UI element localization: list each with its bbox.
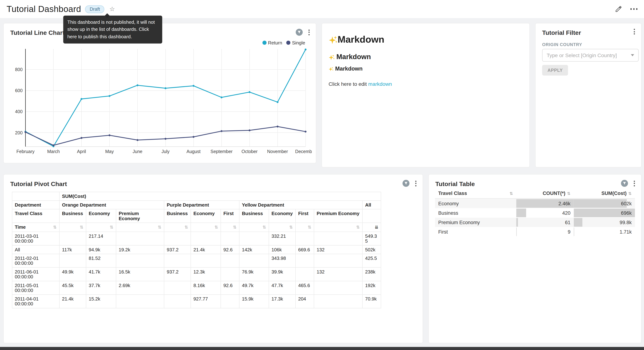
cell-sum: 1.71k [574, 227, 635, 236]
pivot-cell: 927.77 [191, 294, 221, 308]
svg-text:October: October [242, 149, 258, 154]
more-actions-icon[interactable] [630, 7, 638, 12]
sparkles-icon [328, 54, 335, 60]
cell-sum: 602k [574, 198, 635, 208]
pivot-sort-cell: ⇅ [191, 223, 221, 232]
pivot-measure-header: SUM(Cost) [59, 192, 381, 200]
pivot-row: 2011-05-01 00:00:0045.5k37.7k2.69k8.16k9… [12, 281, 381, 295]
col-header-travel-class[interactable]: Travel Class⇅ [435, 188, 516, 198]
table-row: Premium Economy6199.8k [435, 218, 635, 227]
sort-icon[interactable]: ⇅ [308, 224, 311, 230]
sparkles-icon [328, 35, 338, 44]
sort-icon[interactable]: ⇅ [289, 224, 293, 230]
pivot-sort-row: Time⇅⇅⇅⇅⇅⇅⇅⇅⇅⇅⇅⇊ [12, 223, 381, 232]
pivot-sort-cell: ⇅ [59, 223, 86, 232]
sort-icon[interactable]: ⇅ [53, 224, 56, 230]
pivot-cell: 76.9k [239, 268, 269, 281]
table-header-row: Travel Class⇅COUNT(*)⇅SUM(Cost)⇅ [435, 188, 635, 198]
table-row: First91.71k [435, 227, 635, 236]
pivot-row-label: 2011-02-01 00:00:00 [12, 254, 59, 268]
chart-legend: ReturnSingle [262, 40, 305, 45]
cell-travel-class: Business [435, 208, 516, 218]
svg-text:April: April [77, 149, 86, 154]
pivot-cell: 204 [296, 294, 314, 308]
pivot-cell [239, 254, 269, 268]
value-bar [516, 208, 526, 217]
origin-country-select[interactable]: Type or Select [Origin Country] [542, 49, 638, 62]
sort-icon: ⇅ [628, 191, 632, 196]
sort-icon[interactable]: ⇅ [233, 224, 236, 230]
pivot-measure-row: SUM(Cost) [12, 192, 381, 200]
markdown-edit-link[interactable]: markdown [368, 81, 392, 87]
markdown-h2-text: Markdown [336, 53, 371, 61]
markdown-card: Markdown Markdown Markdown Click here to… [322, 23, 530, 168]
sort-icon[interactable]: ⇅ [80, 224, 84, 230]
svg-text:August: August [186, 149, 201, 154]
bottom-bar [0, 347, 644, 350]
pivot-cell: 45.5k [59, 281, 86, 295]
chart-menu-icon[interactable] [307, 30, 311, 35]
svg-text:600: 600 [15, 88, 23, 93]
legend-item-single[interactable]: Single [286, 40, 305, 45]
col-header-count[interactable]: COUNT(*)⇅ [516, 188, 574, 198]
markdown-h1: Markdown [328, 34, 384, 45]
sort-icon[interactable]: ⇅ [356, 224, 360, 230]
pivot-cell: 49.7k [239, 281, 269, 295]
value-bar [516, 228, 517, 236]
pivot-sort-cell: ⇊ [362, 223, 381, 232]
sort-icon[interactable]: ⇅ [110, 224, 114, 230]
sort-icon[interactable]: ⇅ [214, 224, 218, 230]
filter-indicator-icon[interactable] [402, 180, 410, 187]
pivot-cell: 142k [239, 245, 269, 254]
pivot-cell [221, 268, 239, 281]
sort-icon: ⇅ [567, 191, 570, 196]
value-bar [574, 218, 582, 227]
filter-card: Tutorial Filter ORIGIN COUNTRY Type or S… [535, 23, 642, 168]
filter-indicator-icon[interactable] [621, 180, 628, 187]
apply-button[interactable]: APPLY [542, 65, 568, 76]
pivot-cell: 15.9k [239, 294, 269, 308]
pivot-cell: 465.6 [296, 281, 314, 295]
table-card-title: Tutorial Table [436, 180, 475, 187]
favorite-star-icon[interactable]: ☆ [110, 5, 115, 13]
pivot-cell: 117k [59, 245, 86, 254]
pivot-cell: 92.6 [221, 281, 239, 295]
pivot-cell [191, 232, 221, 245]
pivot-row-label: 2011-05-01 00:00:00 [12, 281, 59, 295]
origin-country-label: ORIGIN COUNTRY [542, 42, 582, 47]
legend-item-return[interactable]: Return [262, 40, 282, 45]
table-row: Economy2.46k602k [435, 198, 635, 208]
svg-text:May: May [105, 149, 114, 154]
pivot-cell [116, 232, 164, 245]
pivot-group-header: Orange Department [59, 200, 164, 209]
col-header-sum[interactable]: SUM(Cost)⇅ [574, 188, 635, 198]
pivot-col-header: Business [239, 209, 269, 223]
edit-dashboard-icon[interactable] [614, 5, 622, 13]
sort-icon[interactable]: ⇅ [184, 224, 188, 230]
sort-icon[interactable]: ⇊ [374, 224, 378, 230]
sort-icon[interactable]: ⇅ [262, 224, 266, 230]
pivot-cell: 937.2 [164, 245, 191, 254]
draft-badge[interactable]: Draft [85, 5, 104, 13]
pivot-col-header: First [221, 209, 239, 223]
cell-count: 2.46k [516, 198, 574, 208]
pivot-cell: 94.9k [86, 245, 116, 254]
publish-tooltip[interactable]: This dashboard is not published, it will… [63, 16, 162, 43]
pivot-cell: 37.7k [86, 281, 116, 295]
pivot-col-header: Premium Economy [314, 209, 362, 223]
filter-menu-icon[interactable] [632, 29, 636, 34]
pivot-cell: 332.21 [269, 232, 296, 245]
legend-dot-icon [262, 40, 266, 45]
table-menu-icon[interactable] [632, 180, 636, 186]
pivot-menu-icon[interactable] [414, 180, 418, 186]
pivot-cell [221, 232, 239, 245]
pivot-cell: 132 [314, 268, 362, 281]
cell-count: 9 [516, 227, 574, 236]
pivot-group-header: Yellow Department [239, 200, 362, 209]
sparkles-icon [328, 66, 334, 71]
filter-indicator-icon[interactable] [296, 29, 302, 36]
pivot-cell: 16.5k [116, 268, 164, 281]
pivot-cell [164, 294, 191, 308]
svg-text:200: 200 [15, 130, 23, 135]
sort-icon[interactable]: ⇅ [158, 224, 162, 230]
